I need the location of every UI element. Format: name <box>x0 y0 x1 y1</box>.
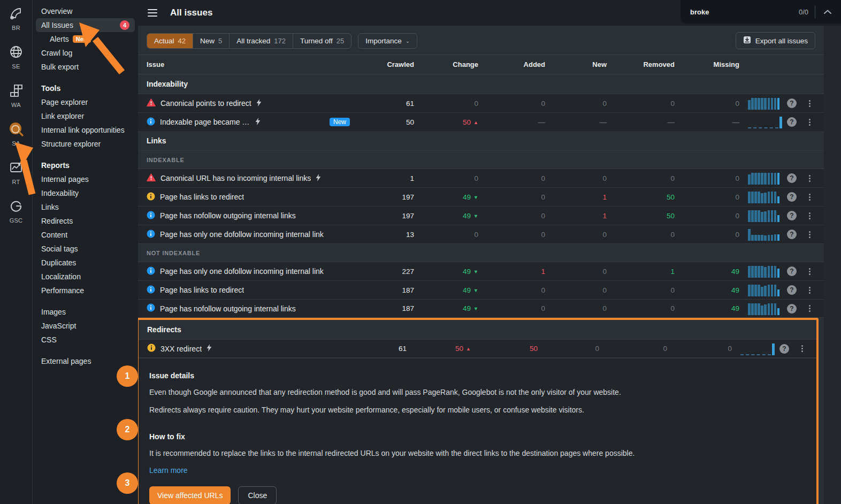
rail-item-se[interactable]: SE <box>0 39 32 77</box>
help-icon[interactable]: ? <box>787 211 797 220</box>
sidebar-item-all-issues[interactable]: All Issues4 <box>36 18 135 32</box>
sidebar-item-external-pages[interactable]: External pages <box>36 354 135 368</box>
help-icon[interactable]: ? <box>787 192 797 202</box>
help-icon[interactable]: ? <box>787 117 797 127</box>
importance-dropdown[interactable]: Importance ⌄ <box>358 33 417 49</box>
sidebar-item-redirects[interactable]: Redirects <box>36 214 135 228</box>
issue-row[interactable]: Page has only one dofollow incoming inte… <box>138 262 824 280</box>
sidebar-item-content[interactable]: Content <box>36 228 135 242</box>
tab-turned-off[interactable]: Turned off25 <box>293 34 351 48</box>
sidebar-item-javascript[interactable]: JavaScript <box>36 319 135 333</box>
help-icon[interactable]: ? <box>787 304 797 314</box>
sparkline-bar <box>754 235 757 241</box>
kebab-menu-icon[interactable] <box>809 231 811 238</box>
hamburger-menu-icon[interactable] <box>143 4 162 22</box>
sidebar-item-indexability[interactable]: Indexability <box>36 186 135 200</box>
kebab-menu-icon[interactable] <box>809 194 811 201</box>
issue-row[interactable]: Page has only one dofollow incoming inte… <box>138 225 824 243</box>
sidebar-item-performance[interactable]: Performance <box>36 284 135 297</box>
crawled-cell: 13 <box>350 231 414 239</box>
kebab-menu-icon[interactable] <box>809 100 811 107</box>
issue-row[interactable]: Canonical URL has no incoming internal l… <box>138 169 824 187</box>
rail-item-wa[interactable]: WA <box>0 77 32 116</box>
sidebar-group-header: Reports <box>33 158 138 172</box>
rail-item-sa[interactable]: SA <box>0 116 32 154</box>
sidebar-item-alerts[interactable]: AlertsNew <box>36 32 135 46</box>
tab-label: Actual <box>154 37 174 45</box>
tab-all-tracked[interactable]: All tracked172 <box>230 34 293 48</box>
sidebar-item-internal-pages[interactable]: Internal pages <box>36 172 135 186</box>
info-blue-icon <box>147 230 155 240</box>
column-header-issue[interactable]: Issue <box>138 60 350 68</box>
tab-label: New <box>200 37 215 45</box>
issue-row[interactable]: 3XX redirect6150▲50000? <box>139 339 816 358</box>
column-header-new[interactable]: New <box>545 60 607 68</box>
sidebar-item-structure-explorer[interactable]: Structure explorer <box>36 137 135 151</box>
sparkline-bar <box>764 286 767 296</box>
sparkline-bar <box>764 211 767 222</box>
sparkline-bar <box>771 173 774 185</box>
issue-details-paragraph-2: Redirects always require caution. They m… <box>149 404 806 415</box>
menu-cell <box>801 119 817 126</box>
kebab-menu-icon[interactable] <box>809 175 811 182</box>
trend-sparkline <box>748 190 782 203</box>
issue-row[interactable]: Page has links to redirect18749▼00049? <box>138 280 824 299</box>
view-affected-urls-button[interactable]: View affected URLs <box>149 486 231 504</box>
kebab-menu-icon[interactable] <box>801 345 803 352</box>
help-icon[interactable]: ? <box>787 230 797 239</box>
help-cell: ? <box>775 344 794 354</box>
find-previous-chevron-up-icon[interactable] <box>822 6 834 18</box>
kebab-menu-icon[interactable] <box>809 119 811 126</box>
column-header-removed[interactable]: Removed <box>607 60 675 68</box>
help-icon[interactable]: ? <box>787 173 797 183</box>
sidebar-item-crawl-log[interactable]: Crawl log <box>36 46 135 60</box>
rail-item-gsc[interactable]: GSC <box>0 193 32 231</box>
sidebar-item-images[interactable]: Images <box>36 305 135 319</box>
sidebar-item-page-explorer[interactable]: Page explorer <box>36 95 135 109</box>
issue-row[interactable]: Page has nofollow outgoing internal link… <box>138 206 824 225</box>
sidebar-item-localization[interactable]: Localization <box>36 270 135 284</box>
column-header-missing[interactable]: Missing <box>675 60 739 68</box>
help-icon[interactable]: ? <box>779 344 789 354</box>
help-icon[interactable]: ? <box>787 266 797 276</box>
new-cell: 0 <box>545 268 607 276</box>
missing-cell: 49 <box>675 286 739 294</box>
sidebar-item-overview[interactable]: Overview <box>36 4 135 18</box>
kebab-menu-icon[interactable] <box>809 212 811 219</box>
help-icon[interactable]: ? <box>787 285 797 295</box>
column-header-crawled[interactable]: Crawled <box>350 60 414 68</box>
issue-label: Page has only one dofollow incoming inte… <box>160 267 324 276</box>
issue-row[interactable]: Page has nofollow outgoing internal link… <box>138 299 824 318</box>
column-header-added[interactable]: Added <box>478 60 545 68</box>
sparkline-bar <box>777 215 780 222</box>
tab-actual[interactable]: Actual42 <box>147 34 193 48</box>
export-download-icon <box>743 36 751 45</box>
section-header-links: Links <box>138 131 824 150</box>
issue-row[interactable]: Canonical points to redirect6100000? <box>138 94 824 112</box>
sidebar-item-link-explorer[interactable]: Link explorer <box>36 109 135 123</box>
sparkline-bar <box>761 287 763 296</box>
learn-more-link[interactable]: Learn more <box>149 466 188 475</box>
sidebar-item-duplicates[interactable]: Duplicates <box>36 256 135 270</box>
sparkline-bar <box>754 192 757 203</box>
sidebar-item-internal-link-opportunities[interactable]: Internal link opportunities <box>36 123 135 137</box>
sidebar-item-links[interactable]: Links <box>36 200 135 214</box>
kebab-menu-icon[interactable] <box>809 305 811 312</box>
sidebar-item-bulk-export[interactable]: Bulk export <box>36 60 135 74</box>
rail-item-rt[interactable]: RT <box>0 154 32 193</box>
help-icon[interactable]: ? <box>787 98 797 108</box>
issue-row[interactable]: Page has links to redirect19749▼01500? <box>138 187 824 206</box>
issue-row[interactable]: Indexable page became non-indexableNew50… <box>138 112 824 131</box>
subsection-header-not-indexable: NOT INDEXABLE <box>138 243 824 262</box>
rail-item-br[interactable]: BR <box>0 0 32 39</box>
lightning-bolt-icon <box>207 344 212 353</box>
sidebar-item-css[interactable]: CSS <box>36 333 135 347</box>
tab-new[interactable]: New5 <box>193 34 230 48</box>
sparkline-bar <box>768 192 770 203</box>
sidebar-item-social-tags[interactable]: Social tags <box>36 242 135 256</box>
kebab-menu-icon[interactable] <box>809 268 811 275</box>
export-all-issues-button[interactable]: Export all issues <box>736 32 815 49</box>
column-header-change[interactable]: Change <box>414 60 478 68</box>
close-button[interactable]: Close <box>238 486 277 504</box>
kebab-menu-icon[interactable] <box>809 287 811 294</box>
